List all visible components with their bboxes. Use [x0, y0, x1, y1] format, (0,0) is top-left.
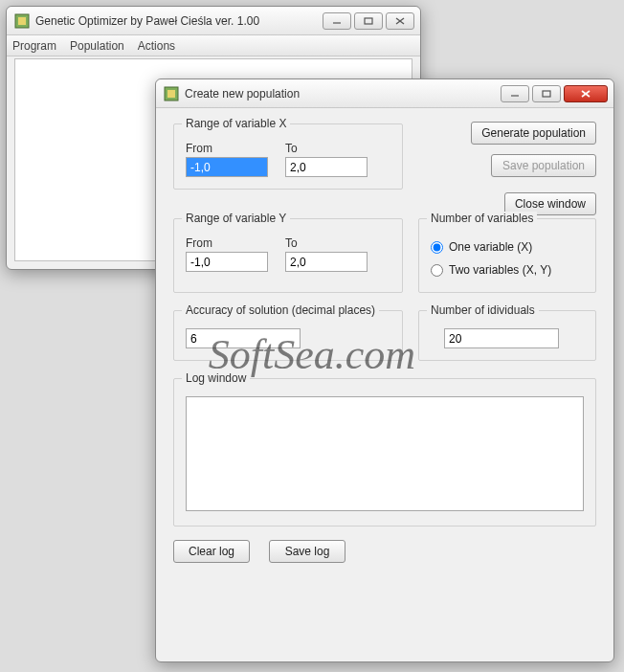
generate-population-button[interactable]: Generate population [471, 122, 596, 145]
save-population-button[interactable]: Save population [491, 154, 596, 177]
one-variable-label: One variable (X) [449, 240, 532, 254]
dialog-minimize-button[interactable] [501, 85, 529, 102]
range-x-to-label: To [285, 142, 368, 155]
log-textarea[interactable] [186, 396, 584, 511]
dialog-maximize-button[interactable] [532, 85, 561, 102]
one-variable-radio[interactable] [431, 241, 443, 254]
accuracy-group: Accuracy of solution (decimal places) [173, 310, 403, 361]
individuals-input[interactable] [444, 328, 559, 348]
two-variables-radio[interactable] [431, 264, 443, 277]
menu-actions[interactable]: Actions [138, 39, 175, 53]
dialog-icon [164, 86, 179, 101]
dialog-titlebar[interactable]: Create new population [156, 79, 613, 108]
dialog-title: Create new population [185, 87, 501, 101]
individuals-group: Number of idividuals [418, 310, 596, 361]
range-y-group: Range of variable Y From To [173, 218, 403, 293]
svg-rect-1 [18, 17, 26, 25]
log-group: Log window [173, 378, 596, 526]
range-y-legend: Range of variable Y [182, 212, 290, 225]
svg-rect-9 [543, 91, 550, 97]
svg-rect-3 [365, 18, 372, 24]
menubar: Program Population Actions [7, 35, 420, 56]
log-legend: Log window [182, 371, 250, 385]
range-y-to-label: To [285, 236, 368, 250]
num-vars-legend: Number of variables [427, 212, 537, 225]
maximize-button[interactable] [354, 12, 383, 30]
two-variables-label: Two variables (X, Y) [449, 263, 551, 277]
num-vars-group: Number of variables One variable (X) Two… [418, 218, 596, 293]
action-button-stack: Generate population Save population Clos… [471, 122, 596, 215]
accuracy-input[interactable] [186, 328, 301, 348]
save-log-button[interactable]: Save log [269, 540, 345, 563]
range-y-from-label: From [186, 236, 268, 250]
range-x-group: Range of variable X From To [173, 123, 403, 190]
individuals-legend: Number of idividuals [427, 303, 539, 317]
app-icon [14, 13, 30, 29]
main-window-controls [323, 12, 414, 30]
close-button[interactable] [386, 12, 414, 30]
range-y-to-input[interactable] [285, 252, 368, 272]
dialog-window-controls [501, 85, 608, 102]
clear-log-button[interactable]: Clear log [173, 540, 250, 563]
menu-program[interactable]: Program [12, 39, 56, 53]
range-x-from-input[interactable] [186, 157, 268, 177]
range-x-to-input[interactable] [285, 157, 368, 177]
range-y-from-input[interactable] [186, 252, 268, 272]
dialog-window: Create new population Generate populatio… [155, 78, 614, 662]
minimize-button[interactable] [323, 12, 351, 30]
menu-population[interactable]: Population [70, 39, 124, 53]
svg-rect-7 [167, 90, 175, 98]
dialog-close-button[interactable] [564, 85, 608, 102]
range-x-from-label: From [186, 142, 268, 155]
accuracy-legend: Accuracy of solution (decimal places) [182, 303, 379, 317]
main-title: Genetic Optimizer by Paweł Cieśla ver. 1… [35, 14, 323, 28]
main-titlebar[interactable]: Genetic Optimizer by Paweł Cieśla ver. 1… [7, 7, 420, 35]
range-x-legend: Range of variable X [182, 117, 290, 130]
dialog-body: Generate population Save population Clos… [156, 108, 613, 661]
